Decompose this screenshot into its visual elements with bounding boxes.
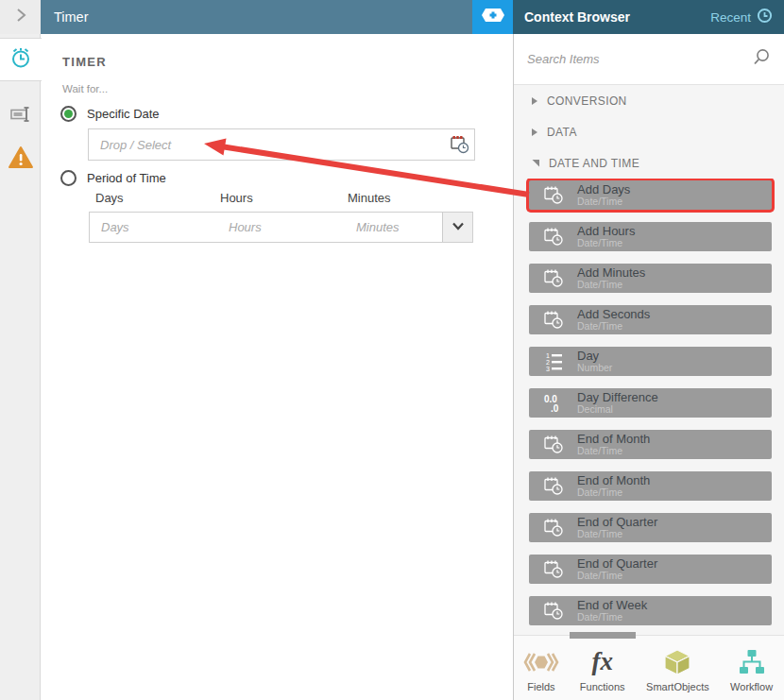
- option-period-of-time[interactable]: Period of Time: [60, 170, 166, 186]
- search-icon[interactable]: [752, 48, 771, 71]
- tab-label: Workflow: [730, 681, 773, 692]
- section-date-and-time[interactable]: DATE AND TIME: [514, 147, 784, 179]
- fields-icon: [522, 648, 560, 676]
- calendar-clock-icon: [542, 475, 565, 498]
- period-inputs-row: [89, 212, 473, 243]
- item-type: Date/Time: [577, 571, 657, 581]
- minutes-input[interactable]: [345, 213, 442, 242]
- calendar-clock-icon: [542, 558, 565, 581]
- svg-text:1: 1: [546, 352, 550, 359]
- item-type: Decimal: [577, 404, 658, 415]
- collapse-panel-button[interactable]: [0, 0, 41, 34]
- context-tab-bar: Fields fx Functions SmartObjects: [514, 635, 784, 700]
- specific-date-input[interactable]: [89, 129, 446, 160]
- list-item-end-of-quarter[interactable]: End of QuarterDate/Time: [529, 513, 772, 542]
- list-item-day[interactable]: 123 DayNumber: [529, 347, 772, 376]
- list-item-add-minutes[interactable]: Add MinutesDate/Time: [529, 264, 772, 293]
- list-item-end-of-quarter[interactable]: End of QuarterDate/Time: [529, 555, 772, 584]
- tab-smartobjects[interactable]: SmartObjects: [637, 636, 720, 700]
- item-title: Add Minutes: [577, 266, 645, 280]
- item-title: End of Month: [577, 474, 650, 487]
- item-type: Number: [577, 363, 612, 373]
- list-item-end-of-week[interactable]: End of WeekDate/Time: [529, 596, 772, 625]
- hours-input[interactable]: [217, 213, 345, 242]
- item-title: End of Quarter: [577, 516, 657, 529]
- tab-fields[interactable]: Fields: [514, 636, 569, 700]
- timer-config-panel: TIMER Wait for... Specific Date Perio: [42, 34, 513, 700]
- section-label: CONVERSION: [547, 94, 627, 108]
- workflow-icon: [738, 648, 766, 676]
- item-type: Date/Time: [577, 446, 650, 456]
- option-specific-date[interactable]: Specific Date: [60, 106, 160, 122]
- clock-icon: [757, 8, 773, 26]
- search-bar: [514, 34, 784, 85]
- list-item-day-difference[interactable]: 0.0.0 Day DifferenceDecimal: [529, 388, 772, 418]
- function-item-list: Add DaysDate/Time Add HoursDate/Time Add…: [514, 179, 784, 635]
- tab-functions[interactable]: fx Functions: [569, 636, 637, 700]
- minutes-dropdown-button[interactable]: [442, 213, 472, 242]
- calendar-clock-icon: [542, 517, 565, 539]
- section-conversion[interactable]: CONVERSION: [514, 85, 784, 116]
- hours-label: Hours: [220, 191, 253, 205]
- calendar-clock-icon[interactable]: [446, 129, 474, 160]
- numbered-list-icon: 123: [542, 350, 565, 373]
- item-type: Date/Time: [577, 321, 650, 332]
- specific-date-dropzone[interactable]: [88, 128, 475, 161]
- section-data[interactable]: DATA: [514, 116, 784, 147]
- days-input[interactable]: [90, 213, 217, 242]
- sidebar-tab-rename[interactable]: [0, 94, 41, 138]
- smartobjects-icon: [662, 648, 692, 676]
- item-title: Add Days: [577, 183, 630, 196]
- radio-period-of-time[interactable]: [60, 170, 77, 186]
- list-item-end-of-month[interactable]: End of MonthDate/Time: [529, 471, 772, 501]
- active-tab-indicator: [570, 632, 636, 639]
- svg-text:3: 3: [546, 366, 550, 372]
- list-item-add-days[interactable]: Add DaysDate/Time: [529, 180, 772, 210]
- left-sidebar: [0, 34, 41, 700]
- item-title: Day: [577, 350, 612, 363]
- decimal-icon: 0.0.0: [542, 392, 565, 415]
- header-bar: Timer Context Browser Recent: [0, 0, 784, 34]
- minutes-label: Minutes: [348, 191, 391, 205]
- item-title: Add Hours: [577, 225, 635, 238]
- radio-specific-date[interactable]: [60, 106, 77, 122]
- context-browser-title: Context Browser: [524, 9, 710, 25]
- tab-label: SmartObjects: [646, 681, 709, 692]
- section-label: DATA: [547, 126, 577, 139]
- svg-text:.0: .0: [551, 403, 559, 414]
- timer-panel-title: Timer: [41, 0, 472, 34]
- panel-heading: TIMER: [62, 55, 107, 69]
- search-input[interactable]: [527, 52, 752, 66]
- item-title: Day Difference: [577, 391, 658, 404]
- tab-workflow[interactable]: Workflow: [719, 636, 784, 700]
- triangle-collapsed-icon: [532, 128, 537, 136]
- chevron-right-icon: [10, 5, 31, 29]
- item-title: End of Week: [577, 599, 647, 612]
- add-item-badge[interactable]: [472, 0, 513, 34]
- calendar-clock-icon: [542, 600, 565, 623]
- wait-for-label: Wait for...: [62, 83, 108, 94]
- rename-icon: [9, 102, 33, 130]
- sidebar-tab-warnings[interactable]: [0, 138, 41, 181]
- svg-text:2: 2: [546, 359, 550, 366]
- list-item-add-seconds[interactable]: Add SecondsDate/Time: [529, 305, 772, 334]
- sidebar-tab-timer[interactable]: [0, 38, 42, 81]
- list-item-add-hours[interactable]: Add HoursDate/Time: [529, 222, 772, 251]
- item-type: Date/Time: [577, 280, 645, 290]
- timer-icon: [9, 45, 33, 74]
- recent-label: Recent: [710, 10, 751, 25]
- context-browser-header: Context Browser Recent: [513, 0, 784, 34]
- calendar-clock-icon: [542, 309, 565, 332]
- option-label: Period of Time: [87, 171, 166, 185]
- item-title: End of Quarter: [577, 557, 657, 571]
- recent-button[interactable]: Recent: [710, 8, 773, 26]
- item-title: Add Seconds: [577, 308, 650, 321]
- context-browser-panel: CONVERSION DATA DATE AND TIME Add DaysDa…: [513, 34, 784, 700]
- list-item-end-of-month[interactable]: End of MonthDate/Time: [529, 430, 772, 459]
- item-type: Date/Time: [577, 196, 630, 207]
- chevron-down-icon: [451, 218, 466, 237]
- calendar-clock-icon: [542, 226, 565, 248]
- item-type: Date/Time: [577, 238, 635, 248]
- app-window: Timer Context Browser Recent: [0, 0, 784, 700]
- days-label: Days: [95, 191, 124, 205]
